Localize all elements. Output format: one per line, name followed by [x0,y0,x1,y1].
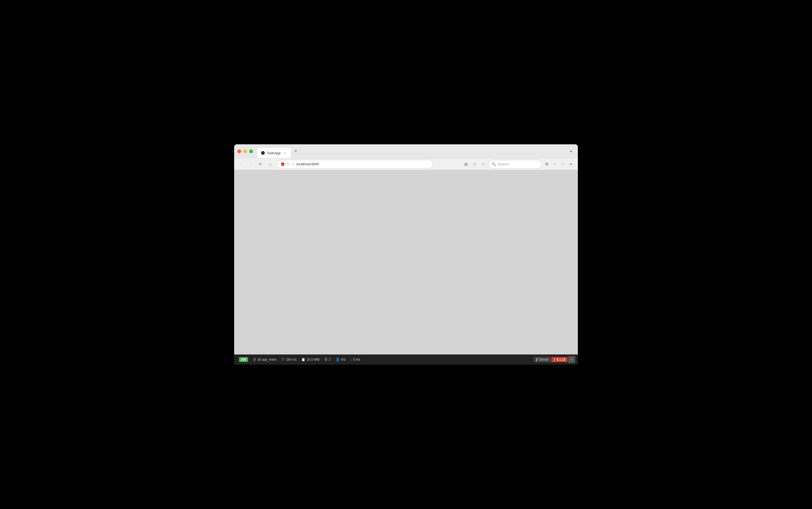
search-bar[interactable]: 🔍 Search [488,160,542,169]
browser-window: TodoApp × + ▾ ‹ › ↻ ⌂ u 🛡 📄 localhost:80… [234,144,578,365]
close-toolbar-button[interactable]: × [568,356,575,363]
http-code-badge: 200 [239,357,248,362]
db-icon: 🗄 [324,358,328,362]
bookmark-check-button[interactable]: ✓ [471,161,479,168]
route-label: @ app_index [258,358,276,362]
route-icon: @ [253,358,256,362]
title-bar: TodoApp × + ▾ [234,144,578,158]
render-icon: ↓ [350,358,352,362]
page-icon: 📄 [291,162,295,166]
nav-toolbar-right: ⊞ ✓ ☆ 🔍 Search ⧉ ↑ ⋯ ≡ [463,160,575,169]
symfony-version-icon: ƒ [553,358,555,362]
symfony-version-label: 6.1.12 [557,358,565,362]
close-window-button[interactable] [237,149,241,153]
symfony-debug-toolbar: 200 @ @ app_index ⏱ 184 ms 📋 20.0 MiB 🗄 … [234,354,578,365]
page-content [234,170,578,354]
http-status-item[interactable]: 200 [237,356,250,363]
tab-close-button[interactable]: × [283,151,287,155]
extensions-button[interactable]: ⧉ [543,161,550,168]
server-label: Server [539,358,549,362]
back-button[interactable]: ‹ [237,161,245,168]
symfony-version-badge[interactable]: ƒ 6.1.12 [551,357,568,362]
tab-favicon [261,151,265,155]
symfony-server-badge[interactable]: ƒ Server [534,357,551,362]
grid-button[interactable]: ⊞ [463,161,470,168]
tab-list-button[interactable]: ▾ [567,147,575,155]
url-port: :8000 [310,162,319,166]
search-icon: 🔍 [492,162,496,166]
new-tab-button[interactable]: + [292,147,299,155]
lock-icon: 🛡 [287,163,290,166]
star-button[interactable]: ☆ [480,161,487,168]
symfony-s-icon: ƒ [536,358,538,362]
memory-icon: 📋 [301,358,305,362]
url-text: localhost:8000 [296,162,429,166]
shield-icon: u [281,162,285,166]
share-button[interactable]: ↑ [551,161,558,168]
user-label: n/a [341,358,345,362]
time-label: 184 ms [286,358,296,362]
address-bar[interactable]: u 🛡 📄 localhost:8000 [277,160,433,169]
svg-text:u: u [282,163,284,166]
tabs-area: TodoApp × + [257,144,565,158]
user-item[interactable]: 👤 n/a [333,357,348,363]
maximize-window-button[interactable] [249,149,253,153]
render-label: 5 ms [353,358,360,362]
url-host: localhost [296,162,310,166]
reload-button[interactable]: ↻ [257,161,264,168]
tab-title: TodoApp [267,151,281,155]
nav-bar: ‹ › ↻ ⌂ u 🛡 📄 localhost:8000 ⊞ ✓ ☆ 🔍 Sea… [234,158,578,170]
render-item[interactable]: ↓ 5 ms [348,357,362,363]
memory-item[interactable]: 📋 20.0 MiB [299,357,322,363]
more-tabs-button[interactable]: ⋯ [559,161,566,168]
minimize-window-button[interactable] [243,149,247,153]
db-label: 2 [329,358,331,362]
time-item[interactable]: ⏱ 184 ms [279,357,299,363]
home-button[interactable]: ⌂ [266,161,274,168]
search-placeholder: Search [497,162,509,166]
traffic-lights [237,149,253,153]
toolbar-icons: ⧉ ↑ ⋯ ≡ [543,161,575,168]
more-button[interactable]: ≡ [567,161,575,168]
route-item[interactable]: @ @ app_index [251,357,279,363]
memory-label: 20.0 MiB [307,358,319,362]
forward-button[interactable]: › [247,161,255,168]
db-item[interactable]: 🗄 2 [322,357,333,363]
user-icon: 👤 [336,358,340,362]
active-tab[interactable]: TodoApp × [257,148,291,158]
time-icon: ⏱ [282,358,285,362]
status-bar-right: ƒ Server ƒ 6.1.12 × [534,356,575,363]
